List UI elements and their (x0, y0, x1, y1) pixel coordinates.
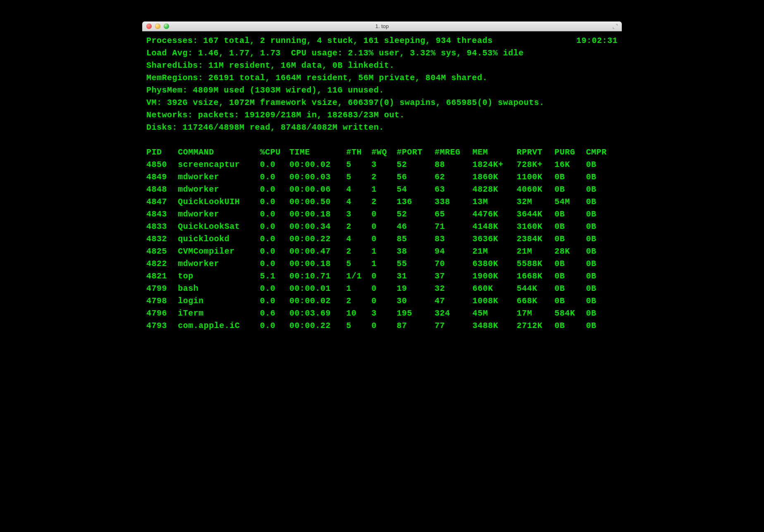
cell-command: CVMCompiler (178, 245, 260, 258)
top-summary: Processes: 167 total, 2 running, 4 stuck… (146, 35, 618, 134)
cell-th: 2 (346, 245, 371, 258)
minimize-icon[interactable] (155, 24, 160, 29)
cell-pid: 4798 (146, 295, 178, 307)
cell-time: 00:00.18 (289, 208, 346, 221)
cell-pid: 4848 (146, 183, 178, 196)
cell-command: top (178, 270, 260, 283)
cell-time: 00:00.22 (289, 320, 346, 332)
cell-th: 4 (346, 233, 371, 245)
cell-rprvt: 4060K (517, 183, 555, 196)
cell-mreg: 32 (435, 283, 473, 295)
table-row: 4849mdworker0.000:00.035256621860K1100K0… (146, 171, 618, 183)
cell-mem: 1824K+ (473, 159, 517, 171)
cell-purg: 28K (554, 245, 586, 258)
zoom-icon[interactable] (164, 24, 169, 29)
sharedlibs-line: SharedLibs: 11M resident, 16M data, 0B l… (146, 59, 618, 72)
cell-time: 00:10.71 (289, 270, 346, 283)
cell-time: 00:00.03 (289, 171, 346, 183)
cell-port: 55 (397, 258, 435, 270)
cell-mem: 660K (473, 283, 517, 295)
cell-rprvt: 728K+ (517, 159, 555, 171)
cell-wq: 3 (372, 307, 397, 320)
cell-command: iTerm (178, 307, 260, 320)
col-mreg: #MREG (435, 146, 473, 159)
cell-wq: 1 (372, 183, 397, 196)
cell-pid: 4825 (146, 245, 178, 258)
cell-wq: 0 (372, 221, 397, 233)
cell-cmpr: 0B (586, 258, 618, 270)
cell-mreg: 71 (435, 221, 473, 233)
cell-mreg: 63 (435, 183, 473, 196)
cell-cmpr: 0B (586, 233, 618, 245)
cell-th: 5 (346, 171, 371, 183)
cell-purg: 0B (554, 171, 586, 183)
cell-rprvt: 1668K (517, 270, 555, 283)
table-row: 4796iTerm0.600:03.6910319532445M17M584K0… (146, 307, 618, 320)
process-table: PID COMMAND %CPU TIME #TH #WQ #PORT #MRE… (146, 146, 618, 332)
cell-th: 3 (346, 208, 371, 221)
fullscreen-icon[interactable] (612, 23, 618, 30)
cell-th: 2 (346, 221, 371, 233)
cell-mreg: 88 (435, 159, 473, 171)
cell-th: 4 (346, 183, 371, 196)
cell-th: 5 (346, 320, 371, 332)
cell-rprvt: 5588K (517, 258, 555, 270)
cell-cmpr: 0B (586, 307, 618, 320)
cell-port: 52 (397, 208, 435, 221)
cell-time: 00:03.69 (289, 307, 346, 320)
cell-th: 5 (346, 159, 371, 171)
cell-cmpr: 0B (586, 270, 618, 283)
cell-time: 00:00.34 (289, 221, 346, 233)
cell-time: 00:00.06 (289, 183, 346, 196)
cell-wq: 0 (372, 320, 397, 332)
col-th: #TH (346, 146, 371, 159)
cell-port: 54 (397, 183, 435, 196)
cell-rprvt: 544K (517, 283, 555, 295)
table-row: 4825CVMCompiler0.000:00.4721389421M21M28… (146, 245, 618, 258)
cell-command: mdworker (178, 258, 260, 270)
cell-mem: 1900K (473, 270, 517, 283)
terminal-output[interactable]: Processes: 167 total, 2 running, 4 stuck… (142, 31, 622, 378)
cell-mreg: 65 (435, 208, 473, 221)
cell-cpu: 0.0 (260, 196, 289, 208)
cell-cmpr: 0B (586, 159, 618, 171)
cell-wq: 3 (372, 159, 397, 171)
cell-wq: 0 (372, 208, 397, 221)
cell-pid: 4849 (146, 171, 178, 183)
cell-purg: 54M (554, 196, 586, 208)
cell-wq: 0 (372, 283, 397, 295)
cell-th: 4 (346, 196, 371, 208)
cell-rprvt: 2712K (517, 320, 555, 332)
cell-pid: 4847 (146, 196, 178, 208)
cell-rprvt: 3644K (517, 208, 555, 221)
cell-wq: 0 (372, 295, 397, 307)
physmem-line: PhysMem: 4809M used (1303M wired), 11G u… (146, 84, 618, 97)
cell-port: 136 (397, 196, 435, 208)
cell-pid: 4799 (146, 283, 178, 295)
col-command: COMMAND (178, 146, 260, 159)
cell-purg: 0B (554, 233, 586, 245)
cell-command: login (178, 295, 260, 307)
table-row: 4847QuickLookUIH0.000:00.504213633813M32… (146, 196, 618, 208)
col-wq: #WQ (372, 146, 397, 159)
cell-mem: 4476K (473, 208, 517, 221)
title-bar[interactable]: 1. top (142, 21, 622, 31)
cell-cpu: 0.0 (260, 320, 289, 332)
cell-cmpr: 0B (586, 171, 618, 183)
table-row: 4833QuickLookSat0.000:00.342046714148K31… (146, 221, 618, 233)
col-mem: MEM (473, 146, 517, 159)
cell-mem: 21M (473, 245, 517, 258)
cell-cpu: 0.0 (260, 183, 289, 196)
cell-cmpr: 0B (586, 221, 618, 233)
cell-time: 00:00.01 (289, 283, 346, 295)
cell-mreg: 47 (435, 295, 473, 307)
cell-th: 5 (346, 258, 371, 270)
cell-mem: 1008K (473, 295, 517, 307)
col-purg: PURG (554, 146, 586, 159)
cell-th: 2 (346, 295, 371, 307)
cell-command: mdworker (178, 171, 260, 183)
close-icon[interactable] (146, 24, 152, 29)
cell-th: 1/1 (346, 270, 371, 283)
cell-port: 52 (397, 159, 435, 171)
vm-line: VM: 392G vsize, 1072M framework vsize, 6… (146, 97, 618, 109)
